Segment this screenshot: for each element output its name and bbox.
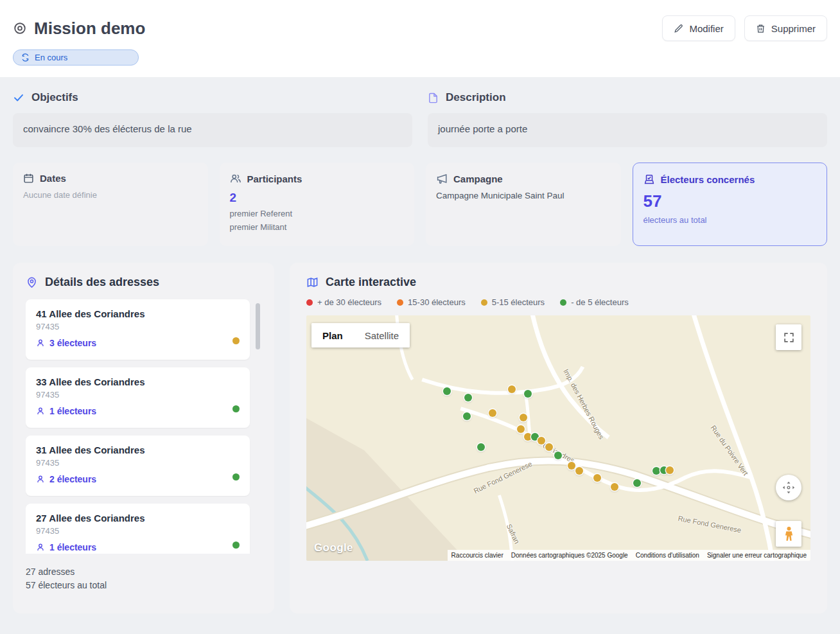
person-icon	[36, 339, 45, 348]
legend-label: + de 30 électeurs	[317, 297, 381, 307]
map-marker[interactable]	[443, 387, 451, 395]
sync-icon	[21, 53, 30, 62]
map-marker[interactable]	[593, 474, 601, 482]
objectifs-content: convaincre 30% des élécterus de la rue	[13, 113, 412, 147]
map-marker[interactable]	[538, 437, 545, 445]
electeurs-count: 57	[643, 191, 817, 211]
address-card[interactable]: 27 Allee des Coriandres 97435 1 électeur…	[26, 504, 250, 554]
mission-target-icon	[13, 21, 27, 35]
map-marker[interactable]	[489, 409, 496, 417]
map-marker[interactable]	[545, 443, 553, 451]
check-icon	[13, 92, 24, 103]
participants-card-title: Participants	[247, 173, 302, 184]
pegman-button[interactable]	[776, 521, 801, 547]
modifier-button[interactable]: Modifier	[662, 15, 735, 41]
map-marker[interactable]	[463, 412, 471, 420]
map-marker[interactable]	[520, 414, 527, 421]
participants-count: 2	[230, 191, 405, 205]
map-icon	[306, 276, 319, 288]
address-postal-code: 97435	[36, 322, 240, 331]
address-status-dot	[232, 473, 240, 480]
google-logo[interactable]: Google	[314, 542, 353, 554]
person-icon	[36, 407, 45, 416]
legend-label: - de 5 électeurs	[571, 297, 629, 307]
address-card[interactable]: 31 Allee des Coriandres 97435 2 électeur…	[26, 436, 250, 496]
legend-item: + de 30 électeurs	[306, 297, 381, 307]
addresses-panel: Détails des adresses 41 Allee des Corian…	[13, 263, 274, 613]
map-marker[interactable]	[611, 483, 618, 491]
map-pin-icon	[26, 276, 38, 288]
attribution-link[interactable]: Raccourcis clavier	[448, 550, 507, 561]
participant-name: premier Militant	[230, 222, 405, 232]
address-postal-code: 97435	[36, 390, 240, 400]
participants-list: premier Referentpremier Militant	[230, 209, 405, 232]
address-list: 41 Allee des Coriandres 97435 3 électeur…	[26, 299, 250, 554]
map-marker[interactable]	[554, 452, 562, 459]
page-title: Mission demo	[34, 19, 145, 39]
legend-dot	[481, 299, 487, 306]
person-icon	[36, 475, 45, 484]
participants-card: Participants 2 premier Referentpremier M…	[220, 163, 415, 246]
page-header: Mission demo Modifier Supprimer En cours	[0, 0, 840, 77]
address-electors-link[interactable]: 1 électeurs	[36, 542, 240, 552]
attribution-link[interactable]: Conditions d'utilisation	[632, 550, 703, 561]
map-marker[interactable]	[508, 385, 516, 393]
dates-card-title: Dates	[40, 173, 66, 184]
address-status-dot	[232, 337, 240, 344]
campagne-card: Campagne Campagne Municipale Saint Paul	[426, 163, 621, 246]
map-marker[interactable]	[524, 390, 532, 398]
dates-empty-text: Aucune date définie	[23, 190, 198, 200]
people-icon	[230, 173, 241, 184]
address-card[interactable]: 41 Allee des Coriandres 97435 3 électeur…	[26, 299, 250, 360]
pencil-icon	[674, 24, 683, 33]
map-marker[interactable]	[575, 467, 583, 475]
pan-button[interactable]	[776, 475, 801, 500]
address-postal-code: 97435	[36, 526, 240, 536]
address-electors-label: 3 électeurs	[49, 338, 96, 348]
map-attribution: Raccourcis clavierDonnées cartographique…	[448, 550, 810, 561]
interactive-map[interactable]: Imp. des Herbes RougesRue du Poivre Vert…	[306, 315, 810, 561]
address-street: 31 Allee des Coriandres	[36, 445, 240, 455]
legend-dot	[397, 299, 403, 306]
map-marker[interactable]	[517, 425, 525, 433]
description-content: journée porte a porte	[428, 113, 827, 147]
address-status-dot	[232, 542, 240, 549]
description-section: Description journée porte a porte	[428, 91, 827, 147]
map-type-plan[interactable]: Plan	[311, 323, 354, 348]
legend-item: 5-15 électeurs	[481, 297, 545, 307]
address-street: 27 Allee des Coriandres	[36, 513, 240, 524]
address-scroll-area[interactable]: 41 Allee des Coriandres 97435 3 électeur…	[26, 299, 261, 554]
supprimer-button[interactable]: Supprimer	[744, 15, 827, 41]
attribution-link[interactable]: Données cartographiques ©2025 Google	[507, 550, 632, 561]
addresses-panel-title: Détails des adresses	[45, 276, 159, 289]
address-electors-link[interactable]: 3 électeurs	[36, 338, 240, 348]
address-electors-link[interactable]: 2 électeurs	[36, 474, 240, 484]
legend-dot	[560, 299, 566, 306]
campagne-name: Campagne Municipale Saint Paul	[436, 191, 611, 200]
status-badge: En cours	[13, 49, 139, 66]
map-marker[interactable]	[633, 479, 641, 487]
trash-icon	[756, 24, 766, 33]
fullscreen-button[interactable]	[776, 324, 801, 350]
campagne-card-title: Campagne	[453, 173, 503, 184]
map-marker[interactable]	[652, 467, 660, 475]
pegman-icon	[784, 526, 794, 542]
map-marker[interactable]	[464, 394, 472, 401]
map-panel: Carte interactive + de 30 électeurs15-30…	[290, 263, 827, 613]
attribution-link[interactable]: Signaler une erreur cartographique	[703, 550, 810, 561]
address-scrollbar[interactable]	[256, 303, 260, 349]
map-legend: + de 30 électeurs15-30 électeurs5-15 éle…	[306, 297, 810, 307]
objectifs-section: Objectifs convaincre 30% des élécterus d…	[13, 91, 412, 147]
map-marker[interactable]	[477, 443, 485, 451]
map-type-satellite[interactable]: Satellite	[354, 323, 410, 348]
address-electors-link[interactable]: 1 électeurs	[36, 406, 240, 416]
pan-arrows-icon	[782, 481, 795, 494]
map-marker[interactable]	[666, 466, 674, 474]
map-marker[interactable]	[568, 462, 575, 470]
address-card[interactable]: 33 Allee des Coriandres 97435 1 électeur…	[26, 367, 250, 428]
legend-label: 15-30 électeurs	[408, 297, 466, 307]
legend-dot	[306, 299, 313, 306]
calendar-icon	[23, 173, 34, 184]
description-title: Description	[446, 91, 506, 104]
fullscreen-icon	[783, 332, 794, 343]
